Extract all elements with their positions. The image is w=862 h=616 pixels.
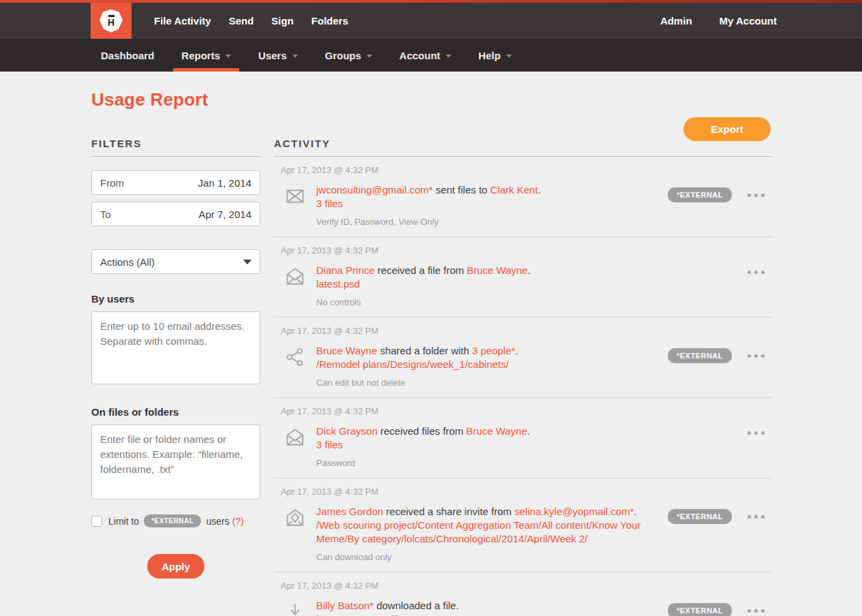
to-date-field[interactable]: To Apr 7, 2014 (91, 202, 260, 226)
content: Usage Report Export FILTERS From Jan 1, … (0, 89, 862, 616)
activity-link[interactable]: 3 people* (472, 345, 515, 356)
logo-letter: H (108, 18, 114, 27)
topnav-link-send[interactable]: Send (220, 15, 263, 27)
row-actions-menu[interactable] (744, 268, 765, 277)
from-value: Jan 1, 2014 (198, 177, 251, 189)
activity-sentence: Bruce Wayne shared a folder with 3 peopl… (316, 344, 658, 358)
nav-item-reports[interactable]: Reports (173, 39, 239, 72)
filters-heading: FILTERS (91, 138, 260, 157)
chevron-down-icon (367, 55, 372, 58)
activity-link[interactable]: Bruce Wayne (467, 264, 527, 276)
activity-subject-link[interactable]: /Web scouring project/Content Aggregatio… (316, 519, 658, 546)
topnav-link-admin[interactable]: Admin (647, 15, 706, 27)
by-users-input[interactable] (91, 311, 260, 384)
external-badge: *EXTERNAL (668, 603, 732, 616)
row-actions-menu[interactable] (744, 512, 765, 521)
limit-external-checkbox[interactable] (91, 516, 102, 527)
activity-date: Apr 17, 2013 @ 4:32 PM (281, 165, 765, 175)
activity-sentence: Dick Grayson received files from Bruce W… (316, 425, 735, 438)
activity-row: Apr 17, 2013 @ 4:32 PM James Gordon rece… (274, 478, 771, 572)
row-actions-menu[interactable] (744, 352, 765, 360)
activity-link[interactable]: selina.kyle@yopmail.com* (514, 506, 634, 517)
limit-prefix: Limit to (108, 516, 139, 527)
activity-sentence: James Gordon received a share invite fro… (316, 505, 658, 519)
activity-sentence: Billy Batson* downloaded a file. (316, 599, 658, 613)
nav-item-account[interactable]: Account (391, 39, 459, 72)
activity-date: Apr 17, 2013 @ 4:32 PM (281, 326, 765, 336)
topnav-link-my-account[interactable]: My Account (706, 15, 790, 27)
activity-sentence: Diana Prince received a file from Bruce … (316, 264, 735, 277)
activity-controls: No controls (316, 297, 735, 307)
activity-link[interactable]: Bruce Wayne (466, 425, 527, 437)
external-badge: *EXTERNAL (668, 509, 732, 524)
activity-controls: Password (316, 458, 735, 468)
envelope-open-icon (285, 427, 305, 448)
on-files-input[interactable] (91, 425, 260, 499)
activity-row: Apr 17, 2013 @ 4:32 PM Bruce Wayne share… (274, 318, 771, 398)
actions-dropdown-value: Actions (All) (100, 256, 155, 268)
nav-item-dashboard[interactable]: Dashboard (93, 39, 162, 72)
to-label: To (100, 209, 111, 220)
by-users-label: By users (91, 293, 260, 305)
activity-controls: Can edit but not delete (316, 378, 658, 388)
page-title: Usage Report (91, 89, 771, 110)
activity-controls: Verify ID, Password, View-Only (316, 217, 658, 227)
to-value: Apr 7, 2014 (198, 209, 251, 220)
activity-row: Apr 17, 2013 @ 4:32 PM jwconsulting@gmai… (274, 157, 771, 237)
actions-dropdown[interactable]: Actions (All) (91, 249, 260, 274)
on-files-label: On files or folders (91, 406, 260, 418)
activity-link[interactable]: Diana Prince (316, 264, 375, 276)
envelope-share-icon (285, 508, 305, 528)
row-actions-menu[interactable] (744, 606, 765, 615)
activity-controls: Can download only (316, 552, 658, 562)
activity-date: Apr 17, 2013 @ 4:32 PM (281, 581, 765, 591)
topnav-link-folders[interactable]: Folders (303, 15, 357, 27)
from-date-field[interactable]: From Jan 1, 2014 (91, 170, 260, 195)
share-icon (285, 347, 305, 367)
topnav-link-file-activity[interactable]: File Activity (145, 15, 220, 27)
secondary-nav: DashboardReportsUsersGroupsAccountHelp (0, 39, 862, 72)
activity-subject-link[interactable]: hogwarts_app.pdf (316, 613, 658, 616)
activity-subject-link[interactable]: latest.psd (316, 277, 735, 291)
activity-panel: ACTIVITY Apr 17, 2013 @ 4:32 PM jwconsul… (274, 138, 771, 616)
chevron-down-icon (506, 55, 512, 58)
primary-nav-right: AdminMy Account (647, 15, 790, 27)
apply-button[interactable]: Apply (147, 554, 204, 579)
chevron-down-icon (243, 260, 251, 264)
activity-row: Apr 17, 2013 @ 4:32 PM Billy Batson* dow… (274, 572, 771, 616)
external-help-link[interactable]: (?) (232, 516, 244, 527)
activity-subject-link[interactable]: 3 files (316, 438, 735, 452)
activity-row: Apr 17, 2013 @ 4:32 PM Dick Grayson rece… (274, 398, 771, 478)
app-logo[interactable]: H (91, 3, 132, 39)
activity-subject-link[interactable]: /Remodel plans/Designs/week_1/cabinets/ (316, 358, 658, 371)
activity-link[interactable]: James Gordon (316, 506, 383, 517)
primary-nav-links: File ActivitySendSignFolders (145, 15, 357, 27)
activity-subject-link[interactable]: 3 files (316, 197, 658, 211)
nav-item-groups[interactable]: Groups (317, 39, 380, 72)
filters-panel: FILTERS From Jan 1, 2014 To Apr 7, 2014 … (91, 138, 260, 616)
limit-suffix: users (206, 516, 229, 527)
download-icon (285, 602, 305, 616)
row-actions-menu[interactable] (744, 191, 765, 200)
primary-nav: H File ActivitySendSignFolders AdminMy A… (0, 3, 862, 39)
activity-link[interactable]: Dick Grayson (316, 425, 378, 437)
activity-date: Apr 17, 2013 @ 4:32 PM (281, 487, 765, 497)
activity-link[interactable]: Bruce Wayne (316, 345, 377, 356)
export-button[interactable]: Export (683, 117, 771, 141)
nav-item-users[interactable]: Users (250, 39, 306, 72)
row-actions-menu[interactable] (744, 429, 765, 437)
topnav-link-sign[interactable]: Sign (262, 15, 303, 27)
external-badge: *EXTERNAL (668, 348, 732, 363)
activity-link[interactable]: Clark Kent (490, 184, 538, 196)
from-label: From (100, 177, 124, 189)
activity-date: Apr 17, 2013 @ 4:32 PM (281, 406, 765, 416)
activity-row: Apr 17, 2013 @ 4:32 PM Diana Prince rece… (274, 237, 771, 318)
envelope-closed-icon (285, 186, 305, 206)
activity-link[interactable]: jwconsulting@gmail.com* (316, 184, 433, 196)
activity-link[interactable]: Billy Batson* (316, 600, 373, 611)
activity-sentence: jwconsulting@gmail.com* sent files to Cl… (316, 183, 658, 197)
external-badge: *EXTERNAL (144, 514, 201, 527)
h-bar-logo-icon: H (99, 10, 123, 33)
limit-external-row: Limit to *EXTERNAL users (?) (91, 514, 260, 527)
nav-item-help[interactable]: Help (470, 39, 520, 72)
